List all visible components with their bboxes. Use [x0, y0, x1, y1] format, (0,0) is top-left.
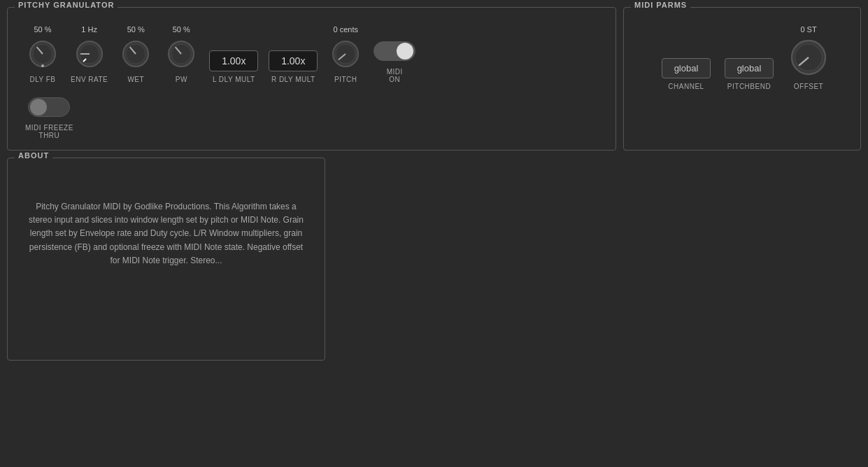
midi-freeze-group: MIDI FREEZE THRU [25, 97, 73, 139]
dly-fb-label: DLY FB [29, 76, 55, 83]
r-dly-mult-display[interactable]: 1.00x [269, 50, 318, 71]
channel-label: CHANNEL [668, 83, 704, 90]
r-dly-mult-label: R DLY MULT [271, 76, 315, 83]
midi-on-group: MIDI ON [373, 41, 415, 83]
l-dly-mult-display[interactable]: 1.00x [209, 50, 258, 71]
pitch-label: PITCH [334, 76, 357, 83]
pitchbend-group: global PITCHBEND [725, 58, 774, 90]
offset-label: OFFSET [794, 83, 823, 90]
midi-on-toggle[interactable] [373, 41, 415, 61]
offset-group: 0 ST OFFSET [788, 25, 830, 90]
dly-fb-group: 50 % DLY FB [25, 25, 60, 83]
r-dly-mult-group: 1.00x R DLY MULT [269, 50, 318, 83]
dly-fb-knob[interactable] [25, 36, 60, 71]
pitchy-title: PITCHY GRANULATOR [15, 1, 118, 9]
pitchy-granulator-panel: PITCHY GRANULATOR 50 % DLY FB 1 Hz [7, 7, 616, 151]
svg-point-3 [41, 64, 44, 67]
midi-freeze-label: MIDI FREEZE THRU [25, 124, 73, 139]
channel-btn[interactable]: global [662, 58, 711, 78]
midi-parms-panel: MIDI PARMS global CHANNEL global PITCHBE… [623, 7, 861, 151]
midi-parms-title: MIDI PARMS [631, 1, 690, 9]
wet-label: WET [127, 76, 144, 83]
pitch-value: 0 cents [334, 25, 358, 34]
pitch-knob[interactable] [328, 36, 363, 71]
env-rate-label: ENV RATE [71, 76, 108, 83]
pw-value: 50 % [173, 25, 190, 34]
pw-label: PW [176, 76, 187, 83]
env-rate-knob[interactable] [72, 36, 107, 71]
main-knob-row: 50 % DLY FB 1 Hz [18, 25, 605, 83]
about-text: Pitchy Granulator MIDI by Godlike Produc… [18, 200, 314, 267]
pitchbend-label: PITCHBEND [727, 83, 771, 90]
channel-group: global CHANNEL [662, 58, 711, 90]
offset-value: 0 ST [800, 25, 816, 34]
pw-knob[interactable] [164, 36, 199, 71]
l-dly-mult-label: L DLY MULT [213, 76, 255, 83]
env-rate-group: 1 Hz ENV RATE [71, 25, 108, 83]
env-rate-value: 1 Hz [81, 25, 97, 34]
bottom-controls-row: MIDI FREEZE THRU [18, 97, 605, 139]
midi-on-toggle-knob [397, 43, 413, 60]
wet-knob[interactable] [118, 36, 153, 71]
wet-value: 50 % [127, 25, 145, 34]
midi-freeze-toggle-knob [30, 99, 47, 116]
l-dly-mult-group: 1.00x L DLY MULT [209, 50, 258, 83]
pitchbend-btn[interactable]: global [725, 58, 774, 78]
pw-group: 50 % PW [164, 25, 199, 83]
dly-fb-value: 50 % [34, 25, 51, 34]
about-panel: ABOUT Pitchy Granulator MIDI by Godlike … [7, 158, 325, 361]
wet-group: 50 % WET [118, 25, 153, 83]
midi-on-label: MIDI ON [387, 68, 403, 83]
midi-freeze-toggle[interactable] [28, 97, 70, 117]
offset-knob[interactable] [788, 36, 830, 78]
about-title: ABOUT [15, 151, 52, 160]
pitch-group: 0 cents PITCH [328, 25, 363, 83]
bottom-section: ABOUT Pitchy Granulator MIDI by Godlike … [7, 158, 861, 361]
midi-parms-row: global CHANNEL global PITCHBEND 0 ST OFF… [634, 25, 850, 90]
